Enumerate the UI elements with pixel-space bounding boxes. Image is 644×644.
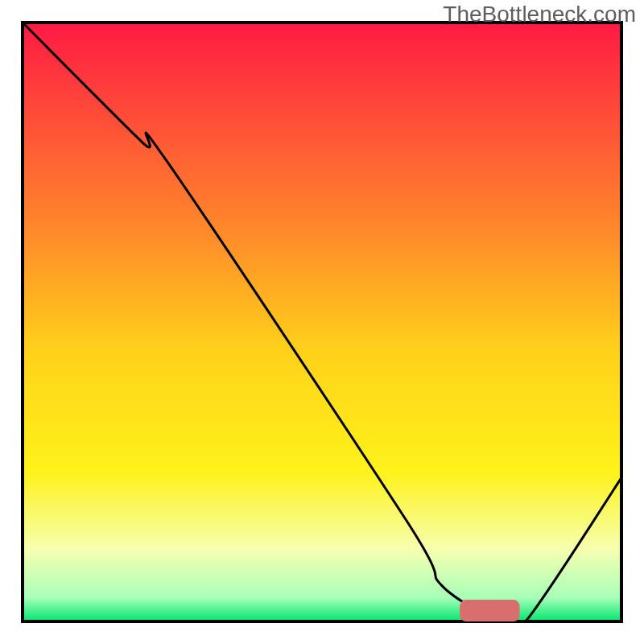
chart-svg <box>0 0 644 644</box>
watermark-text: TheBottleneck.com <box>443 2 636 27</box>
chart-container: TheBottleneck.com <box>0 0 644 644</box>
optimal-zone-marker <box>460 600 519 621</box>
